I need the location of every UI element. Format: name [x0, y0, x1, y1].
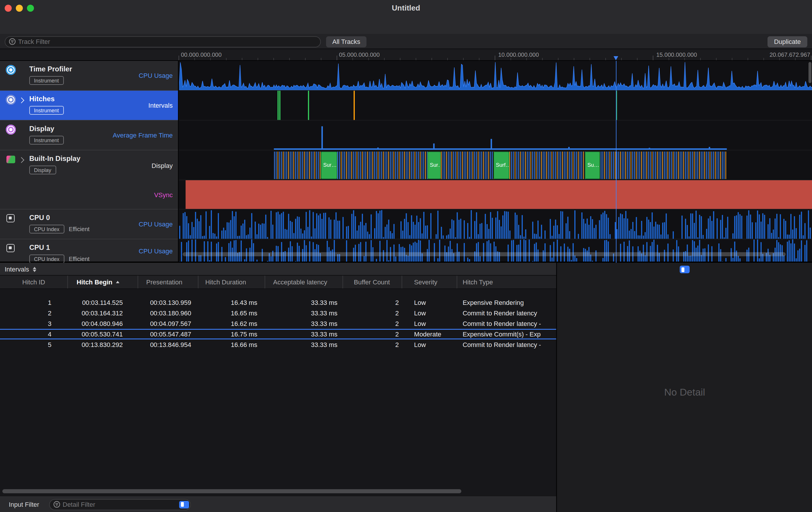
track-lane-label: Average Frame Time: [113, 132, 173, 139]
all-tracks-button[interactable]: All Tracks: [326, 36, 367, 47]
track-header-display[interactable]: Display Instrument Average Frame Time: [0, 121, 178, 150]
column-header-severity[interactable]: Severity: [403, 276, 458, 289]
filter-icon: [9, 38, 16, 45]
hitch-interval-marker[interactable]: [354, 91, 355, 120]
table-cell: 00:13.830.292: [68, 339, 138, 350]
tracks-vertical-scrollbar[interactable]: [809, 62, 811, 83]
track-header-hitches[interactable]: Hitches Instrument Intervals: [0, 91, 178, 121]
track-lane-label: VSync: [154, 191, 173, 198]
filter-icon: [53, 501, 60, 508]
timeline-ruler[interactable]: 00.000.000.000 05.000.000.000 10.000.000…: [0, 49, 812, 61]
hitch-interval-marker[interactable]: [308, 91, 309, 120]
table-cell: 00:03.180.960: [138, 308, 199, 318]
detail-pane-toolbar: Intervals: [0, 263, 556, 276]
table-cell: Commit to Render latency -: [457, 318, 556, 329]
track-badge: Instrument: [29, 106, 63, 115]
table-cell: Low: [403, 339, 458, 350]
track-title: Time Profiler: [29, 65, 72, 73]
track-lane-label: Display: [152, 162, 173, 169]
column-header-presentation[interactable]: Presentation: [138, 276, 199, 289]
detail-pane-selector[interactable]: Intervals: [5, 265, 36, 274]
filter-options-icon[interactable]: [179, 501, 189, 508]
disclosure-chevron-icon[interactable]: [19, 97, 24, 103]
pane-selector-label: Intervals: [5, 266, 29, 273]
track-badge: Display: [29, 165, 56, 174]
table-cell: 16.65 ms: [198, 308, 265, 318]
column-header-acceptable-latency[interactable]: Acceptable latency: [265, 276, 343, 289]
playhead-pin-icon[interactable]: [613, 56, 618, 60]
track-sidebar: Time Profiler Instrument CPU Usage Hitch…: [0, 61, 179, 262]
vsync-bar[interactable]: [186, 180, 812, 209]
table-cell: Low: [403, 308, 458, 318]
table-row[interactable]: 500:13.830.29200:13.846.95416.66 ms33.33…: [0, 339, 556, 350]
playhead-line[interactable]: [616, 61, 616, 263]
column-header-buffer-count[interactable]: Buffer Count: [343, 276, 403, 289]
surface-interval[interactable]: Sur…: [321, 152, 337, 179]
table-cell: 16.62 ms: [198, 318, 265, 329]
track-filter-input[interactable]: [5, 36, 321, 47]
instruments-window: Untitled iPhone (3) (14.8.1) All Process…: [0, 0, 812, 512]
time-profiler-lane[interactable]: [179, 61, 812, 91]
frame-time-chart: [179, 121, 812, 150]
track-header-time-profiler[interactable]: Time Profiler Instrument CPU Usage: [0, 61, 178, 91]
surface-interval[interactable]: Sur…: [428, 152, 441, 179]
table-cell: 5: [0, 339, 68, 350]
table-cell: 00:04.097.567: [138, 318, 199, 329]
track-title: CPU 0: [29, 214, 50, 222]
column-header-hitch-duration[interactable]: Hitch Duration: [198, 276, 265, 289]
table-cell: Expensive Rendering: [457, 297, 556, 308]
table-row[interactable]: 400:05.530.74100:05.547.48716.75 ms33.33…: [0, 329, 556, 339]
column-header-hitch-begin[interactable]: Hitch Begin: [68, 276, 138, 289]
track-lane-label: Intervals: [148, 102, 173, 109]
built-in-display-lane[interactable]: Sur…Sur…Surf…Su…: [179, 150, 812, 180]
input-filter-bar: Input Filter: [0, 495, 556, 512]
cpu-icon: [6, 214, 14, 222]
cpu-usage-chart: [179, 61, 812, 90]
hitches-lane[interactable]: [179, 91, 812, 121]
column-header-hitch-id[interactable]: Hitch ID: [0, 276, 68, 289]
track-badge: CPU Index: [29, 254, 64, 263]
track-header-cpu0[interactable]: CPU 0 CPU Index Efficient CPU Usage: [0, 209, 178, 239]
track-filter-bar: All Tracks Duplicate: [0, 34, 812, 49]
detail-filter-input[interactable]: [49, 499, 191, 510]
table-horizontal-scrollbar[interactable]: [2, 489, 461, 493]
table-cell: 2: [343, 329, 403, 339]
table-cell: 3: [0, 318, 68, 329]
table-cell: 16.75 ms: [198, 329, 265, 339]
vsync-lane[interactable]: [179, 180, 812, 209]
track-header-vsync[interactable]: VSync: [0, 180, 178, 209]
cpu0-lane[interactable]: [179, 209, 812, 239]
table-cell: 33.33 ms: [265, 318, 343, 329]
track-header-cpu1[interactable]: CPU 1 CPU Index Efficient CPU Usage: [0, 239, 178, 263]
input-filter-label: Input Filter: [9, 496, 39, 512]
column-header-hitch-type[interactable]: Hitch Type: [457, 276, 556, 289]
table-row[interactable]: 100:03.114.52500:03.130.95916.43 ms33.33…: [0, 297, 556, 308]
hitch-interval-marker[interactable]: [278, 91, 279, 120]
intervals-table-body: 100:03.114.52500:03.130.95916.43 ms33.33…: [0, 289, 556, 350]
average-frame-time-lane[interactable]: [179, 121, 812, 150]
duplicate-button[interactable]: Duplicate: [767, 36, 807, 47]
detail-view-toggle-icon[interactable]: [680, 266, 690, 273]
table-cell: 00:13.846.954: [138, 339, 199, 350]
table-row[interactable]: 300:04.080.94600:04.097.56716.62 ms33.33…: [0, 318, 556, 329]
tracks-horizontal-scrollbar[interactable]: [183, 252, 786, 256]
table-row[interactable]: 200:03.164.31200:03.180.96016.65 ms33.33…: [0, 308, 556, 318]
table-cell: 2: [343, 308, 403, 318]
hitch-interval-marker[interactable]: [279, 91, 280, 120]
surface-interval[interactable]: Surf…: [494, 152, 509, 179]
table-cell: Low: [403, 318, 458, 329]
cpu1-lane[interactable]: [179, 239, 812, 262]
table-cell: 16.43 ms: [198, 297, 265, 308]
time-profiler-icon: [6, 65, 16, 75]
table-cell: 33.33 ms: [265, 297, 343, 308]
table-cell: 2: [343, 339, 403, 350]
surface-interval[interactable]: Su…: [585, 152, 600, 179]
disclosure-chevron-icon[interactable]: [19, 157, 24, 163]
track-header-built-in-display[interactable]: Built-In Display Display Display: [0, 150, 178, 180]
ruler-major-ticks: [179, 56, 812, 60]
extended-detail-pane: No Detail: [557, 263, 812, 512]
table-cell: 33.33 ms: [265, 339, 343, 350]
track-subtitle: Efficient: [69, 226, 90, 232]
intervals-table-header: Hitch ID Hitch Begin Presentation Hitch …: [0, 276, 556, 289]
table-cell: 00:03.164.312: [68, 308, 138, 318]
